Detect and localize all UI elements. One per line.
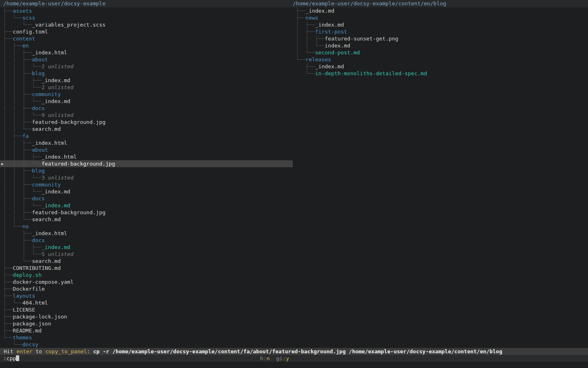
tree-branch: │ │ │ └── [0,112,42,118]
tree-row[interactable]: │ └──no [0,223,293,230]
entry-name: _index.md [42,77,70,83]
tree-row[interactable]: ├──LICENSE [0,306,293,313]
entry-name: unlisted [45,84,74,90]
tree-branch: │ │ ├── [0,91,32,97]
entry-name: _index.md [42,202,70,209]
tree-row[interactable]: │ │ │ ├──_index.html [0,153,293,160]
entry-name: search.md [32,216,60,222]
tree-branch: │ │ │ └── [0,161,42,167]
tree-row[interactable]: ├──docker-compose.yaml [0,278,293,285]
tree-row[interactable]: │ │ ├──featured-background.jpg [0,119,293,126]
tree-row[interactable]: ├──README.md [0,327,293,334]
tree-branch: │ └── [0,223,22,229]
tree-row[interactable]: └──in-depth-monoliths-detailed-spec.md [293,70,588,77]
tree-branch: │ └── [0,22,32,28]
tree-branch: ├── [0,265,13,271]
tree-row[interactable]: │ ├──fa [0,132,293,139]
tree-row[interactable]: │ │ ├──featured-background.jpg [0,209,293,216]
entry-name: community [32,91,60,97]
tree-row[interactable]: └──themes [0,334,293,341]
tree-row[interactable]: │ └──404.html [0,299,293,306]
tree-branch: │ │ │ └── [0,63,42,70]
command-input-row[interactable]: :cpph:ngi:y [0,355,588,362]
tree-branch: │ │ │ ├── [0,154,42,160]
pending-command-text: cp -r /home/example-user/docsy-example/c… [93,348,502,355]
entry-name: unlisted [45,251,74,257]
tree-row[interactable]: ├──news [293,14,588,21]
tree-row-unlisted: │ │ │ └──2 unlisted [0,63,293,70]
tree-row[interactable]: ├──package.json [0,320,293,327]
tree-row[interactable]: │ │ │ ├──_index.md [0,77,293,84]
tree-branch: │ │ ├── [0,244,42,250]
broot-window: /home/example-user/docsy-example /home/e… [0,0,588,368]
entry-name: about [32,147,48,153]
tree-row[interactable]: │ │ ├──docs [0,195,293,202]
tree-row[interactable]: │ │ └──search.md [0,216,293,223]
tree-row[interactable]: │ │ ├──_index.html [0,139,293,146]
panel-headers: /home/example-user/docsy-example /home/e… [0,0,588,7]
left-panel-path[interactable]: /home/example-user/docsy-example [3,0,105,7]
tree-branch: ├── [0,286,13,292]
tree-row[interactable]: │ │ ├──docs [0,105,293,112]
tree-row[interactable]: │ └──_variables_project.scss [0,21,293,28]
tree-row[interactable]: │ └──scss [0,14,293,21]
tree-row[interactable]: ▶ │ │ │ └──featured-background.jpg [0,160,293,167]
entry-name: in-depth-monoliths-detailed-spec.md [315,70,427,76]
entry-name: search.md [32,258,60,264]
tree-branch: ├── [0,314,13,320]
tree-row[interactable]: │ │ │ └──_index.md [0,202,293,209]
command-input-value[interactable]: :cpp [0,355,16,361]
tree-row[interactable]: │ └──second-post.md [293,49,588,56]
tree-row[interactable]: ├──Dockerfile [0,285,293,292]
tree-row[interactable]: │ │ ├──_index.html [0,49,293,56]
tree-row[interactable]: ├──CONTRIBUTING.md [0,265,293,272]
tree-branch: │ │ └── [0,216,32,222]
tree-row[interactable]: ├──config.toml [0,28,293,35]
tree-row[interactable]: │ │ ├──community [0,91,293,98]
tree-row[interactable]: │ │ ├──about [0,146,293,153]
tree-branch: │ │ ├── [293,36,325,42]
unlisted-count: 9 [42,112,45,118]
tree-row[interactable]: │ │ │ └──_index.md [0,98,293,105]
tree-branch: ├── [293,15,305,21]
tree-row[interactable]: │ ├──_index.md [293,21,588,28]
tree-row[interactable]: │ └──search.md [0,258,293,265]
tree-row[interactable]: │ │ ├──_index.md [0,244,293,251]
tree-branch: │ └── [0,258,32,264]
tree-branch: │ │ ├── [0,119,32,125]
tree-row[interactable]: ├──layouts [0,292,293,299]
right-panel-path[interactable]: /home/example-user/docsy-example/content… [293,0,446,7]
tree-branch: │ │ └── [0,126,32,132]
tree-row[interactable]: │ │ ├──community [0,181,293,188]
tree-row[interactable]: │ │ └──index.md [293,42,588,49]
tree-row[interactable]: ├──_index.md [293,63,588,70]
tree-row[interactable]: └──releases [293,56,588,63]
tree-row[interactable]: │ │ │ └──_index.md [0,188,293,195]
entry-name: second-post.md [315,49,360,56]
entry-name: deploy.sh [13,272,41,278]
tree-row[interactable]: │ ├──_index.html [0,230,293,237]
entry-name: _index.md [42,244,70,250]
tree-row[interactable]: └──docsy [0,341,293,348]
tree-row[interactable]: ├──deploy.sh [0,272,293,278]
entry-name: blog [32,168,45,174]
entry-name: _index.md [305,8,334,14]
entry-name: first-post [315,29,347,35]
tree-row[interactable]: ├──assets [0,7,293,14]
tree-row[interactable]: │ │ └──search.md [0,126,293,132]
tree-branch: │ │ │ ├── [0,77,42,83]
tree-row[interactable]: │ ├──docs [0,237,293,244]
tree-row[interactable]: ├──_index.md [293,7,588,14]
entry-name: community [32,182,60,188]
tree-row[interactable]: │ ├──en [0,42,293,49]
tree-row[interactable]: ├──package-lock.json [0,313,293,320]
tree-branch: │ ├── [293,29,315,35]
tree-row[interactable]: │ ├──first-post [293,28,588,35]
tree-row[interactable]: │ │ ├──blog [0,70,293,77]
entry-name: featured-background.jpg [42,161,115,167]
tree-row[interactable]: │ │ ├──about [0,56,293,63]
tree-row[interactable]: ├──content [0,35,293,42]
flag-label: gi: [276,355,285,361]
tree-row[interactable]: │ │ ├──featured-sunset-get.png [293,35,588,42]
tree-row[interactable]: │ │ ├──blog [0,167,293,174]
